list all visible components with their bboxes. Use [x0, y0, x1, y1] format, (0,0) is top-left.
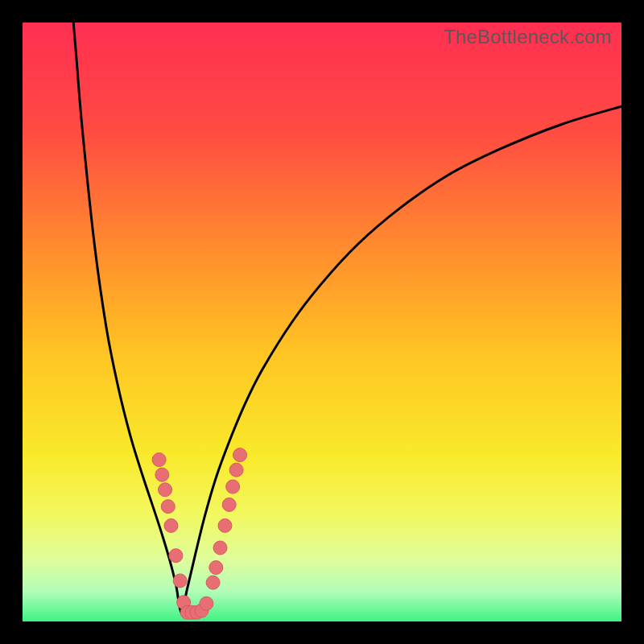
data-marker [226, 480, 240, 493]
v-curve [73, 23, 621, 613]
data-marker [233, 448, 247, 462]
data-marker [213, 541, 227, 555]
curve-layer [23, 23, 621, 621]
data-marker [173, 574, 187, 588]
data-marker [200, 597, 213, 610]
data-marker [161, 500, 175, 514]
data-marker [209, 561, 223, 575]
data-marker [169, 549, 183, 563]
data-marker [218, 518, 232, 532]
data-marker [222, 497, 236, 511]
plot-area: TheBottleneck.com [23, 23, 621, 621]
chart-frame: TheBottleneck.com [0, 0, 644, 644]
data-marker [206, 576, 220, 589]
bottleneck-curve [73, 23, 621, 613]
data-marker [164, 518, 178, 532]
data-marker [152, 453, 166, 467]
data-marker [155, 468, 169, 481]
data-marker [159, 483, 172, 497]
data-marker [229, 463, 243, 477]
